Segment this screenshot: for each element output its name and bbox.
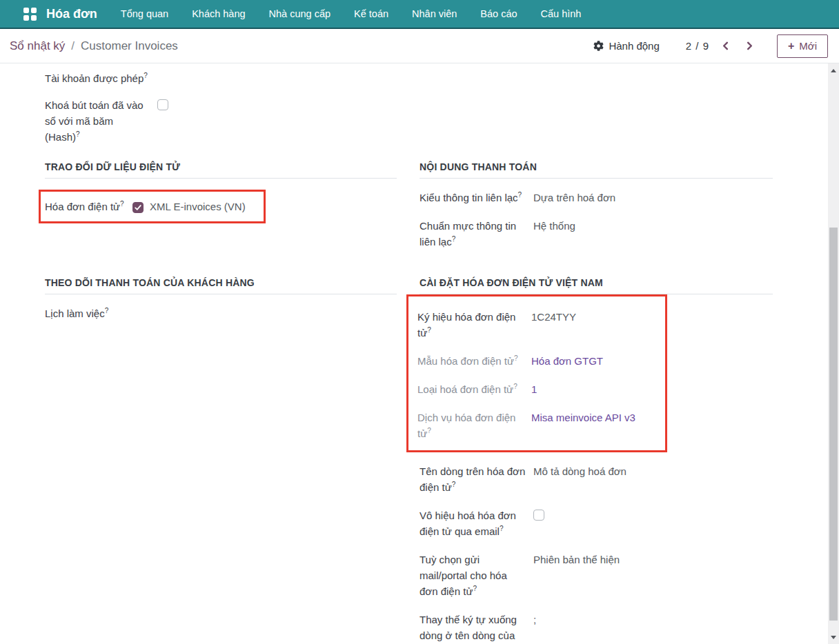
app-name-menu[interactable]: Hóa đơn [46, 7, 97, 21]
field-hash-lock: Khoá bút toán đã vào sổ với mã băm (Hash… [45, 97, 397, 145]
section-title-payment: NỘI DUNG THANH TOÁN [420, 161, 773, 179]
scroll-up-arrow[interactable] [828, 65, 839, 76]
einvoice-type-value[interactable]: 1 [531, 381, 660, 397]
section-title-vn-einvoice: CÀI ĐẶT HÓA ĐƠN ĐIỆN TỬ VIỆT NAM [420, 277, 773, 294]
breadcrumb-current: Customer Invoices [81, 39, 178, 53]
section-title-edi: TRAO ĐỔI DỮ LIỆU ĐIỆN TỬ [45, 161, 397, 179]
breadcrumb: Sổ nhật ký / Customer Invoices [10, 39, 178, 53]
einvoice-line-name-value: Mô tả dòng hoá đơn [533, 463, 773, 479]
help-mark: ? [514, 354, 518, 362]
einvoice-format-checkbox[interactable] [132, 202, 144, 213]
field-einvoice-type: Loại hoá đơn điện tử? 1 [417, 381, 660, 397]
action-menu-label: Hành động [609, 40, 659, 52]
comm-standard-value: Hệ thống [533, 218, 773, 234]
help-mark: ? [120, 200, 124, 208]
field-label-comm-standard: Chuẩn mực thông tin liên lạc? [420, 218, 533, 250]
field-work-schedule: Lịch làm việc? [45, 305, 397, 321]
field-einvoice-template: Mẫu hóa đơn điện tử? Hóa đơn GTGT [417, 353, 660, 369]
control-bar: Sổ nhật ký / Customer Invoices Hành động… [0, 29, 839, 63]
field-label-mail-portal-option: Tuỳ chọn gửi mail/portal cho hóa đơn điệ… [420, 552, 533, 599]
field-label-comm-type: Kiểu thông tin liên lạc? [420, 190, 533, 205]
nav-item-ke-toan[interactable]: Kế toán [354, 8, 388, 19]
field-comm-type: Kiểu thông tin liên lạc? Dựa trên hoá đơ… [420, 190, 773, 205]
chevron-left-icon [720, 41, 731, 51]
top-navbar: Hóa đơn Tổng quan Khách hàng Nhà cung cấ… [0, 0, 839, 29]
new-record-label: Mới [799, 40, 817, 52]
check-icon [135, 204, 141, 211]
pager-next-button[interactable] [742, 39, 758, 52]
pager-counter[interactable]: 2 / 9 [686, 40, 709, 52]
nav-item-khach-hang[interactable]: Khách hàng [192, 8, 245, 19]
field-label-einvoice-template: Mẫu hóa đơn điện tử? [417, 353, 531, 369]
triangle-up-icon [831, 69, 836, 72]
nav-item-nhan-vien[interactable]: Nhân viên [412, 8, 457, 19]
comm-type-value: Dựa trên hoá đơn [533, 190, 773, 205]
app-window: Hóa đơn Tổng quan Khách hàng Nhà cung cấ… [0, 0, 839, 644]
field-label-einvoice-format: Hóa đơn điện tử? [45, 199, 132, 214]
help-mark: ? [452, 481, 456, 488]
action-menu-button[interactable]: Hành động [593, 40, 659, 52]
help-mark: ? [427, 427, 431, 434]
help-mark: ? [500, 525, 504, 532]
hash-lock-checkbox[interactable] [157, 99, 168, 110]
section-title-followup: THEO DÕI THANH TOÁN CỦA KHÁCH HÀNG [45, 277, 397, 294]
nav-item-nha-cung-cap[interactable]: Nhà cung cấp [269, 8, 330, 19]
field-einvoice-symbol: Ký hiệu hóa đơn điện tử? 1C24TYY [417, 309, 660, 341]
triangle-down-icon [831, 636, 836, 639]
einvoice-template-link[interactable]: Hóa đơn GTGT [531, 353, 660, 369]
help-mark: ? [518, 191, 522, 199]
nav-item-tong-quan[interactable]: Tổng quan [121, 8, 168, 19]
newline-replace-value: ; [533, 612, 773, 627]
field-label-disable-einvoice-email: Vô hiệu hoá hóa đơn điện tử qua email? [420, 507, 533, 539]
help-mark: ? [105, 307, 109, 314]
pager-previous-button[interactable] [718, 39, 733, 52]
field-restrict-accounts: Tài khoản được phép? [45, 70, 397, 86]
breadcrumb-separator: / [71, 39, 75, 53]
einvoice-symbol-value: 1C24TYY [531, 309, 660, 325]
help-mark: ? [513, 383, 517, 390]
field-disable-einvoice-email: Vô hiệu hoá hóa đơn điện tử qua email? [420, 507, 773, 539]
help-mark: ? [427, 326, 431, 334]
field-label-restrict-accounts: Tài khoản được phép? [45, 70, 157, 86]
field-label-einvoice-symbol: Ký hiệu hóa đơn điện tử? [417, 309, 531, 341]
form-sheet: Tài khoản được phép? Khoá bút toán đã và… [0, 63, 839, 643]
breadcrumb-journal-link[interactable]: Sổ nhật ký [10, 39, 65, 53]
chevron-right-icon [744, 41, 755, 51]
vertical-scrollbar[interactable] [828, 63, 839, 644]
nav-item-cau-hinh[interactable]: Cấu hình [541, 8, 582, 19]
field-label-hash-lock: Khoá bút toán đã vào sổ với mã băm (Hash… [45, 97, 157, 145]
field-label-newline-replace: Thay thế ký tự xuống dòng ở tên dòng của… [420, 612, 533, 643]
field-einvoice-service: Dịch vụ hóa đơn điện tử? Misa meinvoice … [417, 410, 660, 441]
gear-icon [593, 41, 604, 51]
field-label-einvoice-line-name: Tên dòng trên hóa đơn điện tử? [420, 463, 533, 495]
field-einvoice-line-name: Tên dòng trên hóa đơn điện tử? Mô tả dòn… [420, 463, 773, 495]
mail-portal-option-value: Phiên bản thể hiện [533, 552, 773, 567]
field-label-einvoice-type: Loại hoá đơn điện tử? [417, 381, 531, 397]
einvoice-format-value: XML E-invoices (VN) [150, 199, 246, 214]
field-einvoice-format: Hóa đơn điện tử? XML E-invoices (VN) [45, 199, 246, 214]
field-newline-replace: Thay thế ký tự xuống dòng ở tên dòng của… [420, 612, 773, 643]
nav-item-bao-cao[interactable]: Báo cáo [480, 8, 517, 19]
field-label-einvoice-service: Dịch vụ hóa đơn điện tử? [417, 410, 531, 441]
field-label-work-schedule: Lịch làm việc? [45, 305, 157, 321]
control-bar-actions: Hành động 2 / 9 + Mới [593, 34, 828, 58]
plus-icon: + [788, 40, 794, 52]
disable-einvoice-email-checkbox[interactable] [533, 510, 544, 521]
help-mark: ? [473, 585, 477, 592]
field-mail-portal-option: Tuỳ chọn gửi mail/portal cho hóa đơn điệ… [420, 552, 773, 599]
highlight-box-vn-einvoice-settings: Ký hiệu hóa đơn điện tử? 1C24TYY Mẫu hóa… [406, 294, 667, 452]
help-mark: ? [144, 72, 148, 79]
apps-grid-icon[interactable] [23, 8, 37, 21]
scroll-down-arrow[interactable] [828, 632, 839, 643]
einvoice-service-link[interactable]: Misa meinvoice API v3 [531, 410, 660, 425]
new-record-button[interactable]: + Mới [777, 34, 828, 58]
field-comm-standard: Chuẩn mực thông tin liên lạc? Hệ thống [420, 218, 773, 250]
highlight-box-einvoice: Hóa đơn điện tử? XML E-invoices (VN) [39, 190, 266, 223]
scrollbar-thumb[interactable] [829, 228, 838, 621]
help-mark: ? [452, 235, 456, 243]
navbar-menu: Tổng quan Khách hàng Nhà cung cấp Kế toá… [121, 8, 582, 19]
help-mark: ? [76, 130, 80, 138]
